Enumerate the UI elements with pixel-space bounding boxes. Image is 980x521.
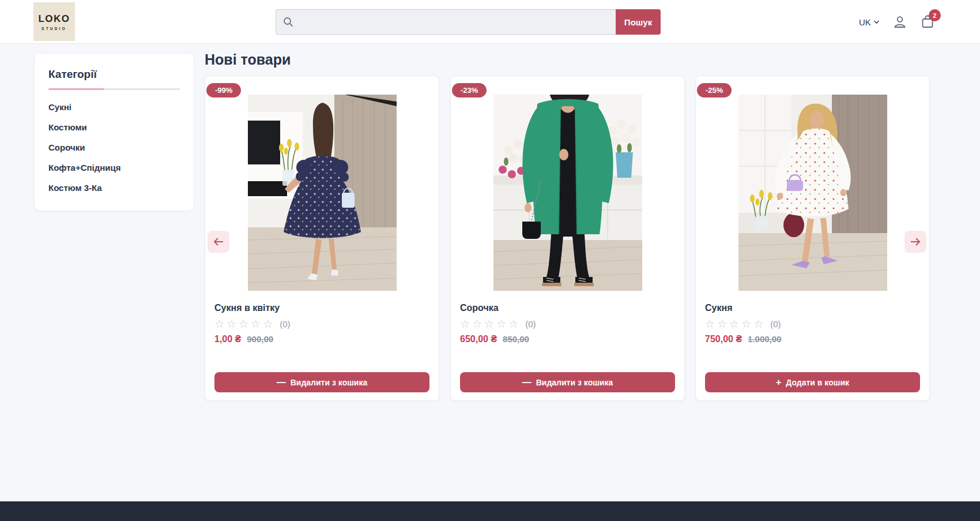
sidebar-item-kostyumy[interactable]: Костюми — [48, 117, 180, 137]
arrow-left-icon — [213, 237, 224, 246]
product-image[interactable] — [248, 95, 397, 291]
sidebar-item-sorochky[interactable]: Сорочки — [48, 137, 180, 158]
footer-bar — [0, 501, 980, 521]
product-name[interactable]: Сукня в квітку — [214, 303, 429, 313]
discount-badge: -99% — [206, 83, 241, 98]
current-price: 650,00 ₴ — [460, 334, 497, 344]
cart-button[interactable]: 2 — [920, 14, 935, 29]
categories-list: Сукні Костюми Сорочки Кофта+Спідниця Кос… — [48, 97, 180, 198]
divider — [48, 88, 180, 90]
review-count: (0) — [280, 319, 290, 329]
product-rating: ☆☆☆☆☆ (0) — [705, 318, 920, 329]
remove-from-cart-button[interactable]: — Видалити з кошика — [460, 372, 675, 392]
product-card: -23% — [450, 76, 685, 401]
old-price: 900,00 — [247, 334, 273, 344]
add-to-cart-button[interactable]: + Додати в кошик — [705, 372, 920, 392]
sidebar-item-kofta-spidnytsia[interactable]: Кофта+Спідниця — [48, 158, 180, 178]
categories-title: Категорії — [48, 68, 180, 81]
logo[interactable]: LOKO STUDIO — [33, 2, 75, 41]
language-selector[interactable]: UK — [859, 17, 880, 27]
star-rating-icons[interactable]: ☆☆☆☆☆ — [705, 318, 766, 329]
product-card: -99% — [205, 76, 439, 401]
star-rating-icons[interactable]: ☆☆☆☆☆ — [460, 318, 521, 329]
review-count: (0) — [525, 319, 536, 329]
page: LOKO STUDIO Пошук UK — [0, 0, 980, 521]
sidebar-item-sukni[interactable]: Сукні — [48, 97, 180, 117]
review-count: (0) — [770, 319, 781, 329]
product-name[interactable]: Сорочка — [460, 303, 675, 313]
user-icon — [892, 14, 907, 29]
arrow-right-icon — [910, 237, 921, 246]
account-button[interactable] — [892, 14, 907, 29]
product-rating: ☆☆☆☆☆ (0) — [214, 318, 429, 329]
price-row: 1,00 ₴ 900,00 — [214, 334, 429, 344]
product-image[interactable] — [493, 95, 642, 291]
cart-count-badge: 2 — [929, 9, 941, 21]
search-button[interactable]: Пошук — [616, 9, 661, 35]
categories-panel: Категорії Сукні Костюми Сорочки Кофта+Сп… — [35, 54, 194, 211]
discount-badge: -23% — [452, 83, 487, 98]
header: LOKO STUDIO Пошук UK — [0, 0, 980, 44]
carousel-prev-button[interactable] — [208, 231, 229, 253]
price-row: 750,00 ₴ 1.000,00 — [705, 334, 920, 344]
logo-text-bottom: STUDIO — [42, 27, 67, 31]
cart-button-label: Видалити з кошика — [536, 378, 613, 387]
language-label: UK — [859, 17, 871, 27]
product-image[interactable] — [738, 95, 887, 291]
carousel-next-button[interactable] — [904, 231, 926, 253]
search-input[interactable] — [276, 9, 616, 35]
minus-icon: — — [522, 378, 532, 387]
logo-text-top: LOKO — [38, 13, 70, 25]
product-name[interactable]: Сукня — [705, 303, 920, 313]
header-actions: UK 2 — [859, 0, 935, 44]
star-rating-icons[interactable]: ☆☆☆☆☆ — [214, 318, 275, 329]
remove-from-cart-button[interactable]: — Видалити з кошика — [214, 372, 429, 392]
page-title: Нові товари — [205, 51, 291, 68]
product-rating: ☆☆☆☆☆ (0) — [460, 318, 675, 329]
current-price: 1,00 ₴ — [214, 334, 241, 344]
chevron-down-icon — [873, 20, 880, 24]
plus-icon: + — [776, 378, 781, 387]
old-price: 1.000,00 — [748, 334, 781, 344]
cart-button-label: Видалити з кошика — [291, 378, 368, 387]
price-row: 650,00 ₴ 850,00 — [460, 334, 675, 344]
cart-button-label: Додати в кошик — [786, 378, 849, 387]
search-bar: Пошук — [276, 9, 661, 35]
product-card: -25% — [695, 76, 930, 401]
search-icon — [282, 16, 294, 28]
old-price: 850,00 — [503, 334, 529, 344]
discount-badge: -25% — [697, 83, 732, 98]
current-price: 750,00 ₴ — [705, 334, 742, 344]
minus-icon: — — [277, 378, 286, 387]
sidebar-item-kostyum-3ka[interactable]: Костюм 3-Ка — [48, 178, 180, 198]
